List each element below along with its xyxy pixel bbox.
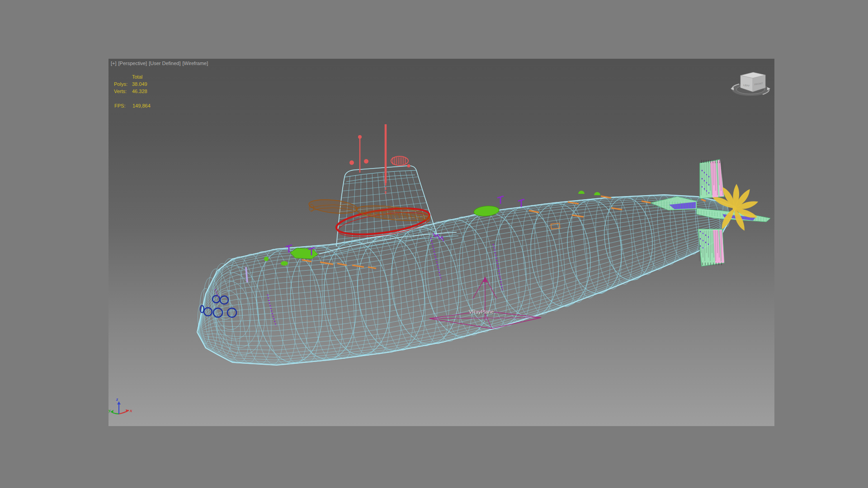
viewport-label: [+][Perspective][User Defined][Wireframe… (111, 61, 210, 66)
axis-x-label: x (129, 408, 132, 413)
vrayplane-helper-label: VRayPlane (469, 309, 494, 314)
perspective-viewport[interactable]: LEFT FRONT z y x [+][Perspective][User D… (108, 59, 774, 426)
stats-fps-value: 149,864 (132, 103, 151, 108)
axis-y-label: y (108, 408, 111, 413)
stats-polys-label: Polys: (114, 81, 132, 87)
viewport-menu-general[interactable]: [+] (111, 61, 117, 66)
stats-verts-value: 46.328 (132, 89, 147, 94)
stats-verts-row: Verts:46.328 (114, 89, 147, 94)
stats-fps-label: FPS: (114, 103, 132, 108)
stats-total-header: Total (132, 74, 142, 80)
stats-verts-label: Verts: (114, 89, 132, 94)
vrayplane-helper[interactable] (429, 277, 541, 328)
periscope-masts (349, 124, 410, 195)
axis-z-label: z (116, 396, 118, 402)
desktop-background: { "viewport_label": { "expand": "[+]", "… (0, 0, 868, 488)
viewport-menu-shading[interactable]: [Wireframe] (182, 61, 208, 66)
axis-gizmo (111, 402, 129, 414)
stats-polys-row: Polys:38.049 (114, 81, 147, 87)
viewport-canvas[interactable]: LEFT FRONT z y x (108, 59, 774, 426)
viewcube[interactable] (731, 72, 770, 96)
stats-polys-value: 38.049 (132, 81, 147, 87)
stats-fps-row: FPS:149,864 (114, 103, 151, 108)
hull-mesh (196, 194, 735, 366)
submarine-wireframe-model[interactable] (196, 124, 770, 366)
viewport-menu-user-defined[interactable]: [User Defined] (149, 61, 180, 66)
sail-planes (308, 197, 430, 223)
viewport-menu-pov[interactable]: [Perspective] (118, 61, 147, 66)
